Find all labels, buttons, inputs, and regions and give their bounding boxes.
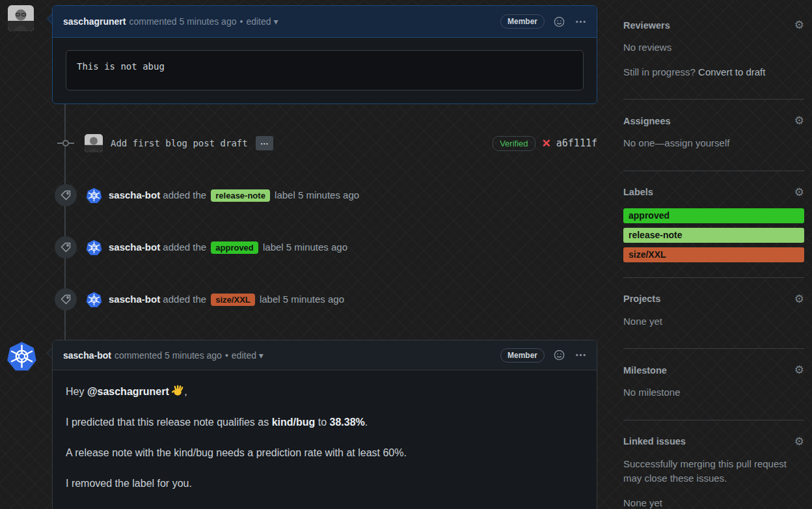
prediction-text: I predicted that this release note quali… <box>66 417 272 428</box>
commit-sha-link[interactable]: a6f111f <box>556 137 597 149</box>
add-reaction-icon[interactable] <box>554 350 565 361</box>
label-chip[interactable]: release-note <box>211 189 270 202</box>
linked-issues-description: Successfully merging this pull request m… <box>623 457 804 486</box>
gear-icon[interactable]: ⚙ <box>794 187 804 198</box>
gear-icon[interactable]: ⚙ <box>794 115 804 126</box>
comment-timestamp[interactable]: commented 5 minutes ago <box>115 350 222 361</box>
comment-author-link[interactable]: saschagrunert <box>63 16 126 27</box>
commit-expand-button[interactable]: … <box>256 136 273 150</box>
event-action: added the <box>160 294 206 305</box>
status-failed-icon[interactable]: ✕ <box>542 137 551 150</box>
labels-title: Labels <box>623 187 653 197</box>
add-reaction-icon[interactable] <box>554 16 565 27</box>
commit-message[interactable]: Add first blog post draft <box>111 138 248 148</box>
gear-icon[interactable]: ⚙ <box>794 20 804 31</box>
edited-dropdown[interactable]: edited ▾ <box>246 16 278 27</box>
edited-dropdown[interactable]: edited ▾ <box>232 350 264 361</box>
event-action: added the <box>160 241 206 253</box>
verified-badge[interactable]: Verified <box>493 136 535 151</box>
assignees-title: Assignees <box>623 116 671 126</box>
event-suffix: label 5 minutes ago <box>260 241 347 253</box>
prediction-line: I predicted that this release note quali… <box>66 417 584 428</box>
bot-avatar[interactable] <box>86 240 102 256</box>
comment-caret <box>42 348 52 359</box>
sidebar: Reviewers ⚙ No reviews Still in progress… <box>623 20 804 509</box>
code-block: This is not abug <box>66 50 584 90</box>
label-chip[interactable]: size/XXL <box>211 294 254 306</box>
bot-avatar[interactable] <box>86 187 102 204</box>
assignees-empty[interactable]: No one—assign yourself <box>623 136 804 151</box>
event-suffix: label 5 minutes ago <box>257 294 344 305</box>
greeting-text: Hey <box>66 386 87 397</box>
reviewers-empty: No reviews <box>623 40 804 55</box>
comment-caret <box>42 14 52 24</box>
event-actor[interactable]: sascha-bot <box>109 294 160 305</box>
gear-icon[interactable]: ⚙ <box>794 365 804 376</box>
waving-hand-emoji <box>172 385 184 397</box>
rule-line: A release note with the kind/bug needs a… <box>66 447 584 459</box>
prediction-period: . <box>365 417 368 428</box>
comment-body: Hey @saschagrunert , I predicted that th… <box>53 370 597 509</box>
milestone-empty: No milestone <box>623 385 804 400</box>
chevron-down-icon: ▾ <box>259 350 264 361</box>
comment-timestamp[interactable]: commented 5 minutes ago <box>129 16 236 27</box>
sidebar-label-release-note[interactable]: release-note <box>623 228 804 243</box>
tag-icon <box>55 184 77 206</box>
convert-to-draft-link[interactable]: Convert to draft <box>698 66 765 77</box>
bot-avatar[interactable] <box>86 292 102 308</box>
linked-issues-empty: None yet <box>623 496 804 509</box>
comment-author-link[interactable]: sascha-bot <box>63 350 111 361</box>
commit-row: Add first blog post draft … Verified ✕ a… <box>52 130 597 156</box>
gear-icon[interactable]: ⚙ <box>794 294 804 305</box>
assignees-section: Assignees ⚙ No one—assign yourself <box>623 100 804 171</box>
commit-author-avatar[interactable] <box>85 134 103 152</box>
member-badge[interactable]: Member <box>500 14 545 29</box>
comment-body: This is not abug <box>53 38 597 103</box>
edited-label: edited <box>232 350 256 361</box>
projects-title: Projects <box>623 294 660 304</box>
linked-issues-section: Linked issues ⚙ Successfully merging thi… <box>623 420 804 509</box>
reviewers-title: Reviewers <box>623 20 670 31</box>
milestone-title: Milestone <box>623 365 667 376</box>
member-badge[interactable]: Member <box>500 348 545 363</box>
bot-avatar-large[interactable] <box>7 341 37 372</box>
label-event: sascha-bot added the size/XXL label 5 mi… <box>55 286 597 312</box>
sidebar-label-approved[interactable]: approved <box>623 208 804 223</box>
greeting-comma: , <box>184 386 187 397</box>
label-event: sascha-bot added the release-note label … <box>55 182 597 208</box>
greeting-line: Hey @saschagrunert , <box>66 385 584 398</box>
kebab-menu-icon[interactable] <box>575 16 586 27</box>
tag-icon <box>55 236 77 258</box>
milestone-section: Milestone ⚙ No milestone <box>623 349 804 420</box>
draft-hint: Still in progress? Convert to draft <box>623 65 804 80</box>
comment-header: sascha-bot commented 5 minutes ago • edi… <box>53 340 597 370</box>
draft-hint-text: Still in progress? <box>623 66 698 77</box>
comment-sascha-bot: sascha-bot commented 5 minutes ago • edi… <box>52 340 597 509</box>
removal-line: I removed the label for you. <box>66 478 584 489</box>
event-actor[interactable]: sascha-bot <box>109 241 160 253</box>
event-action: added the <box>160 189 206 200</box>
git-commit-icon <box>55 138 77 148</box>
sidebar-label-size-xxl[interactable]: size/XXL <box>623 247 804 262</box>
label-event: sascha-bot added the approved label 5 mi… <box>55 234 597 260</box>
tag-icon <box>55 288 77 310</box>
chevron-down-icon: ▾ <box>273 16 278 27</box>
reviewers-section: Reviewers ⚙ No reviews Still in progress… <box>623 20 804 100</box>
projects-empty: None yet <box>623 314 804 329</box>
projects-section: Projects ⚙ None yet <box>623 278 804 350</box>
gear-icon[interactable]: ⚙ <box>794 436 804 447</box>
mention-link[interactable]: @saschagrunert <box>87 386 169 397</box>
prediction-rate: 38.38% <box>330 417 365 428</box>
labels-section: Labels ⚙ approved release-note size/XXL <box>623 171 804 278</box>
linked-issues-title: Linked issues <box>623 436 686 447</box>
label-chip[interactable]: approved <box>211 241 258 254</box>
meta-bullet: • <box>225 350 228 361</box>
user-avatar[interactable] <box>8 5 34 31</box>
meta-bullet: • <box>239 16 243 27</box>
edited-label: edited <box>246 16 271 27</box>
comment-header: saschagrunert commented 5 minutes ago • … <box>53 6 597 38</box>
event-suffix: label 5 minutes ago <box>272 189 359 200</box>
kebab-menu-icon[interactable] <box>575 350 586 361</box>
prediction-kind: kind/bug <box>272 417 316 428</box>
event-actor[interactable]: sascha-bot <box>109 189 160 200</box>
